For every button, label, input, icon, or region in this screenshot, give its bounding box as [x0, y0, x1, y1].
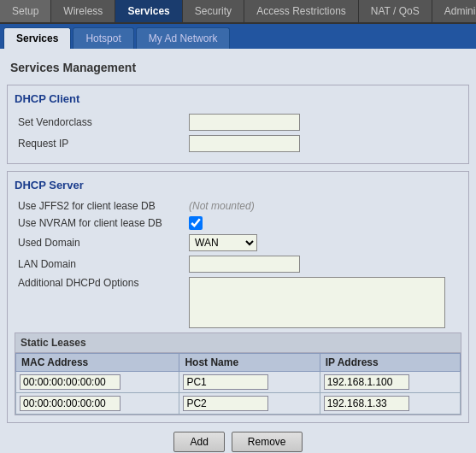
dhcp-client-title: DHCP Client	[15, 92, 461, 107]
nvram-checkbox[interactable]	[189, 216, 203, 230]
subnav-hotspot[interactable]: Hotspot	[73, 27, 133, 49]
lan-domain-input[interactable]	[189, 256, 300, 273]
subnav-services[interactable]: Services	[3, 27, 71, 49]
button-row: Add Remove	[7, 432, 469, 452]
page-title: Services Management	[7, 56, 469, 79]
subnav-my-ad-network[interactable]: My Ad Network	[136, 27, 231, 49]
request-ip-row: Request IP	[15, 135, 461, 152]
used-domain-select-wrap: WAN LAN Custom	[189, 234, 257, 251]
additional-options-textarea[interactable]	[189, 277, 445, 328]
jffs2-row: Use JFFS2 for client lease DB (Not mount…	[15, 200, 461, 212]
lan-domain-label: LAN Domain	[18, 258, 189, 270]
jffs2-value: (Not mounted)	[189, 200, 255, 212]
used-domain-select[interactable]: WAN LAN Custom	[189, 234, 257, 251]
dhcp-server-title: DHCP Server	[15, 179, 461, 193]
ip-input-2[interactable]	[324, 396, 409, 411]
nvram-row: Use NVRAM for client lease DB	[15, 216, 461, 230]
add-button[interactable]: Add	[173, 432, 224, 452]
mac-input-2[interactable]	[20, 396, 120, 411]
request-ip-input[interactable]	[189, 135, 300, 152]
ip-cell-1	[320, 372, 460, 393]
ip-cell-2	[320, 393, 460, 415]
additional-options-row: Additional DHCPd Options	[15, 277, 461, 328]
nav-setup[interactable]: Setup	[0, 0, 51, 22]
ip-input-1[interactable]	[324, 374, 409, 390]
static-leases-container: Static Leases MAC Address Host Name IP A…	[15, 332, 461, 415]
dhcp-server-card: DHCP Server Use JFFS2 for client lease D…	[7, 171, 469, 423]
nav-wireless[interactable]: Wireless	[51, 0, 115, 22]
nav-services[interactable]: Services	[115, 0, 182, 22]
used-domain-label: Used Domain	[18, 237, 189, 249]
vendorclass-row: Set Vendorclass	[15, 114, 461, 131]
hostname-input-2[interactable]	[183, 396, 268, 411]
table-row	[16, 372, 461, 393]
jffs2-label: Use JFFS2 for client lease DB	[18, 200, 189, 212]
vendorclass-input[interactable]	[189, 114, 300, 131]
lan-domain-row: LAN Domain	[15, 256, 461, 273]
remove-button[interactable]: Remove	[232, 432, 303, 452]
table-row	[16, 393, 461, 415]
vendorclass-label: Set Vendorclass	[18, 116, 189, 128]
mac-input-1[interactable]	[20, 374, 120, 390]
col-hostname: Host Name	[179, 354, 320, 372]
dhcp-client-card: DHCP Client Set Vendorclass Request IP	[7, 85, 469, 164]
hostname-cell-2	[179, 393, 320, 415]
col-ip: IP Address	[320, 354, 460, 372]
mac-cell-2	[16, 393, 179, 415]
nvram-label: Use NVRAM for client lease DB	[18, 217, 189, 229]
additional-options-label: Additional DHCPd Options	[18, 277, 189, 289]
nav-access-restrictions[interactable]: Access Restrictions	[244, 0, 359, 22]
col-mac: MAC Address	[16, 354, 179, 372]
nav-administration[interactable]: Adminis...	[432, 0, 476, 22]
static-leases-title: Static Leases	[15, 333, 461, 353]
nav-nat-qos[interactable]: NAT / QoS	[359, 0, 432, 22]
static-leases-table: MAC Address Host Name IP Address	[15, 353, 461, 415]
main-content: Services Management DHCP Client Set Vend…	[0, 49, 476, 453]
hostname-cell-1	[179, 372, 320, 393]
nav-security[interactable]: Security	[183, 0, 244, 22]
request-ip-label: Request IP	[18, 138, 189, 150]
mac-cell-1	[16, 372, 179, 393]
hostname-input-1[interactable]	[183, 374, 268, 390]
top-navigation: Setup Wireless Services Security Access …	[0, 0, 476, 24]
used-domain-row: Used Domain WAN LAN Custom	[15, 234, 461, 251]
sub-navigation: Services Hotspot My Ad Network	[0, 24, 476, 49]
